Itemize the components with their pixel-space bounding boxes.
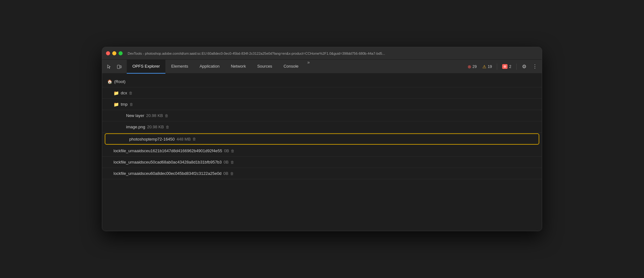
root-node[interactable]: 🏠 (Root) (102, 76, 542, 87)
folder-icon: 📁 (114, 102, 119, 107)
trash-icon[interactable]: 🗑 (166, 125, 169, 129)
settings-button[interactable]: ⚙ (520, 62, 529, 71)
file-size: 448 MB (177, 137, 191, 142)
rect-error-count: 2 (509, 64, 511, 69)
warning-icon: ⚠ (482, 64, 486, 69)
trash-icon[interactable]: 🗑 (129, 91, 133, 95)
warning-count-button[interactable]: ⚠ 19 (480, 64, 494, 70)
trash-icon[interactable]: 🗑 (230, 160, 234, 164)
error-count: 29 (473, 64, 477, 69)
tab-network[interactable]: Network (225, 60, 252, 74)
trash-icon[interactable]: 🗑 (231, 149, 235, 153)
file-name: lockfile_urnaaidsceu50cad68ab0ac43428a8d… (114, 160, 222, 164)
title-bar: DevTools - photoshop.adobe.com/id/urn:aa… (102, 47, 542, 60)
root-icon: 🏠 (107, 79, 112, 84)
tab-opfs-explorer[interactable]: OPFS Explorer (127, 60, 165, 74)
warning-count: 19 (488, 64, 492, 69)
toolbar-icons (105, 62, 124, 71)
minimize-button[interactable] (112, 51, 116, 55)
file-size: 20.98 KB (146, 113, 163, 118)
tab-sources[interactable]: Sources (252, 60, 278, 74)
close-button[interactable] (106, 51, 110, 55)
error-count-button[interactable]: ⊗ 29 (466, 64, 479, 70)
svg-rect-1 (120, 66, 121, 68)
toolbar-divider (497, 64, 497, 70)
cursor-tool-button[interactable] (105, 62, 114, 71)
folder-name: tmp (121, 102, 128, 107)
gear-icon: ⚙ (522, 64, 526, 70)
maximize-button[interactable] (119, 51, 123, 55)
file-name: image.png (126, 125, 145, 129)
more-tabs-button[interactable]: » (304, 60, 313, 74)
error-icon: ⊗ (468, 64, 471, 69)
root-label: (Root) (114, 79, 125, 84)
tab-application[interactable]: Application (194, 60, 225, 74)
devtools-window: DevTools - photoshop.adobe.com/id/urn:aa… (102, 47, 542, 231)
toolbar-right: ⊗ 29 ⚠ 19 ⊗ 2 ⚙ ⋮ (466, 62, 539, 71)
file-tree: 🏠 (Root) 📁 dcx 🗑 📁 tmp 🗑 New layer 20.98… (102, 74, 542, 182)
list-item[interactable]: New layer 20.98 KB 🗑 (102, 110, 542, 121)
trash-icon[interactable]: 🗑 (230, 171, 234, 176)
toolbar: OPFS Explorer Elements Application Netwo… (102, 60, 542, 74)
tabs: OPFS Explorer Elements Application Netwo… (127, 60, 465, 74)
file-name: photoshoptemp72-16450 (129, 137, 175, 142)
file-size: 0B (224, 148, 229, 153)
trash-icon[interactable]: 🗑 (130, 102, 133, 107)
svg-rect-0 (117, 65, 120, 69)
window-title: DevTools - photoshop.adobe.com/id/urn:aa… (128, 52, 538, 55)
toolbar-divider-2 (516, 64, 517, 70)
highlighted-row-container: photoshoptemp72-16450 448 MB 🗑 (102, 133, 542, 145)
file-size: 0B (223, 171, 228, 176)
rect-error-button[interactable]: ⊗ 2 (500, 64, 513, 70)
list-item[interactable]: 📁 tmp 🗑 (102, 99, 542, 110)
tab-console[interactable]: Console (278, 60, 304, 74)
list-item[interactable]: image.png 20.98 KB 🗑 (102, 121, 542, 133)
file-name: lockfile_urnaaidsceu60a8dec00ec045bd834f… (114, 171, 221, 176)
file-size: 0B (224, 160, 229, 164)
content-area: 🏠 (Root) 📁 dcx 🗑 📁 tmp 🗑 New layer 20.98… (102, 74, 542, 231)
folder-icon: 📁 (114, 91, 119, 96)
tab-elements[interactable]: Elements (165, 60, 194, 74)
device-toolbar-button[interactable] (115, 62, 124, 71)
list-item[interactable]: lockfile_urnaaidsceu1621b1647d8d4166962b… (102, 145, 542, 157)
folder-name: dcx (121, 91, 127, 95)
list-item[interactable]: lockfile_urnaaidsceu50cad68ab0ac43428a8d… (102, 157, 542, 168)
list-item[interactable]: lockfile_urnaaidsceu60a8dec00ec045bd834f… (102, 168, 542, 179)
list-item[interactable]: 📁 dcx 🗑 (102, 87, 542, 99)
file-size: 20.98 KB (147, 125, 164, 129)
file-name: lockfile_urnaaidsceu1621b1647d8d4166962b… (114, 148, 222, 153)
trash-icon[interactable]: 🗑 (165, 114, 169, 118)
list-item[interactable]: photoshoptemp72-16450 448 MB 🗑 (105, 133, 539, 145)
ellipsis-icon: ⋮ (532, 64, 537, 70)
rect-error-icon: ⊗ (502, 64, 508, 69)
traffic-lights (106, 51, 123, 55)
more-options-button[interactable]: ⋮ (530, 62, 539, 71)
file-name: New layer (126, 113, 144, 118)
trash-icon[interactable]: 🗑 (192, 137, 196, 141)
